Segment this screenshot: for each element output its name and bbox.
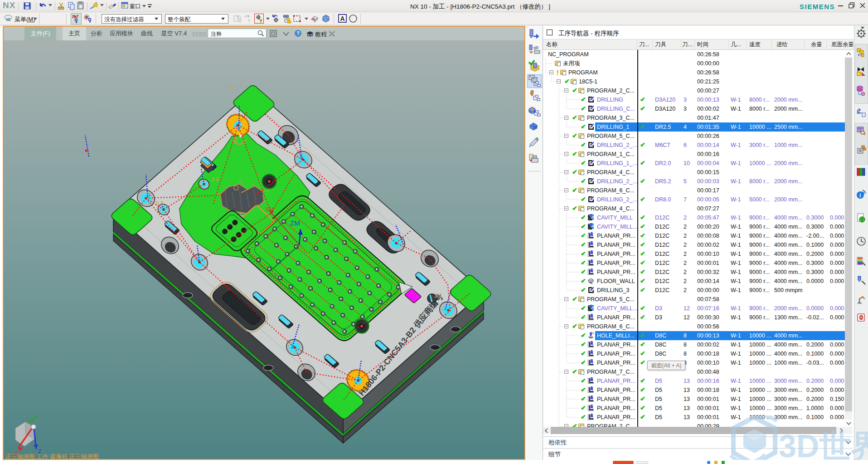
svg-text:i: i: [859, 192, 861, 199]
svg-text:XM: XM: [265, 206, 274, 213]
svg-text:ZM: ZM: [290, 219, 300, 227]
svg-text:8 8: 8 8: [211, 176, 219, 183]
svg-text:9: 9: [230, 84, 233, 90]
svg-text:3D世界网: 3D世界网: [779, 429, 868, 464]
svg-text:2 2: 2 2: [434, 293, 442, 299]
svg-text:YM: YM: [267, 272, 276, 279]
svg-text:8 8: 8 8: [156, 200, 164, 206]
